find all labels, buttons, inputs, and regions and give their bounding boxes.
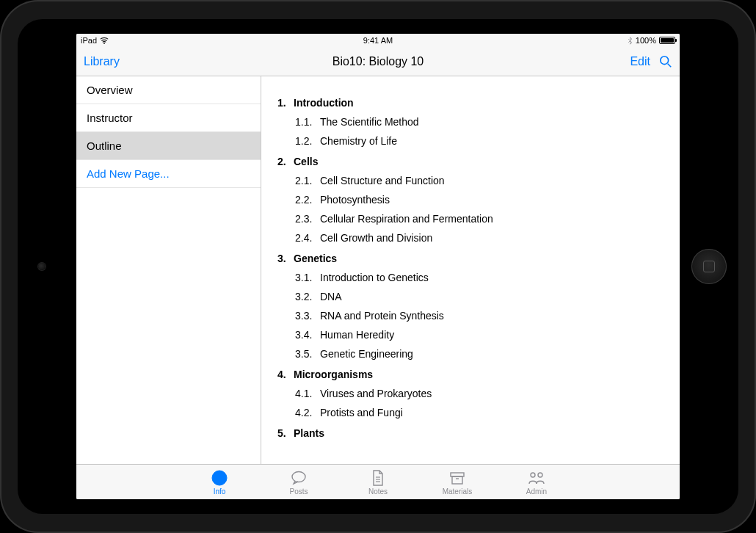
outline-subitem[interactable]: 3.1.Introduction to Genetics: [295, 272, 664, 283]
outline-section-title: Microorganisms: [294, 369, 373, 380]
outline-subitem[interactable]: 3.4.Human Heredity: [295, 329, 664, 341]
outline-section-number: 5.: [277, 427, 294, 439]
outline-subitem-title: Cellular Respiration and Fermentation: [320, 213, 493, 225]
outline-section-title: Genetics: [294, 253, 337, 264]
outline-section-title: Introduction: [294, 97, 354, 109]
svg-point-13: [531, 473, 535, 477]
tab-admin[interactable]: Admin: [515, 469, 559, 496]
tab-materials[interactable]: Materials: [435, 469, 479, 496]
comment-icon: [290, 469, 308, 487]
device-label: iPad: [81, 36, 97, 45]
svg-point-14: [538, 473, 542, 477]
tab-notes[interactable]: Notes: [356, 469, 400, 496]
clock: 9:41 AM: [363, 36, 393, 45]
outline-section-number: 4.: [277, 369, 294, 380]
outline-subitem-number: 3.5.: [295, 348, 320, 360]
outline-subitem-title: Viruses and Prokaryotes: [320, 388, 432, 399]
outline-content[interactable]: 1.Introduction1.1.The Scientific Method1…: [261, 76, 680, 464]
outline-subitem[interactable]: 1.1.The Scientific Method: [295, 116, 664, 128]
outline-subitem-number: 1.2.: [295, 135, 320, 147]
outline-subitem-number: 3.3.: [295, 310, 320, 322]
page-title: Bio10: Biology 10: [172, 55, 584, 68]
outline-subitem-title: Cell Growth and Division: [320, 232, 432, 244]
sidebar-item-label: Overview: [87, 84, 133, 96]
outline-section-number: 3.: [277, 253, 294, 264]
outline-subitem-title: Cell Structure and Function: [320, 175, 445, 186]
outline-subitem-number: 3.2.: [295, 291, 320, 302]
outline-subitem[interactable]: 2.2.Photosynthesis: [295, 194, 664, 206]
outline-subitem-number: 3.1.: [295, 272, 320, 283]
sidebar-item-label: Instructor: [87, 112, 133, 124]
outline-section-title: Cells: [294, 156, 318, 167]
outline-subitem[interactable]: 4.2.Protists and Fungi: [295, 407, 664, 418]
outline-section-title: Plants: [294, 427, 324, 439]
outline-subitem[interactable]: 3.3.RNA and Protein Synthesis: [295, 310, 664, 322]
outline-section[interactable]: 1.Introduction: [277, 97, 664, 109]
outline-subitem-number: 2.2.: [295, 194, 320, 206]
outline-section-number: 1.: [277, 97, 294, 109]
sidebar: OverviewInstructorOutlineAdd New Page...: [76, 76, 261, 464]
outline-subitem[interactable]: 1.2.Chemistry of Life: [295, 135, 664, 147]
camera-icon: [38, 263, 46, 270]
outline-section[interactable]: 5.Plants: [277, 427, 664, 439]
ipad-frame: iPad 9:41 AM 100%: [0, 0, 756, 533]
outline-subitem-number: 2.1.: [295, 175, 320, 186]
outline-subitem[interactable]: 2.3.Cellular Respiration and Fermentatio…: [295, 213, 664, 225]
document-icon: [369, 469, 387, 487]
svg-point-6: [292, 471, 305, 482]
outline-subitem-number: 2.3.: [295, 213, 320, 225]
outline-subitem-title: Human Heredity: [320, 329, 394, 341]
sidebar-item-add-new-page[interactable]: Add New Page...: [76, 160, 261, 188]
tab-bar: InfoPostsNotesMaterialsAdmin: [76, 464, 680, 499]
sidebar-item-label: Add New Page...: [87, 167, 170, 180]
outline-subitem[interactable]: 2.1.Cell Structure and Function: [295, 175, 664, 186]
outline-section[interactable]: 4.Microorganisms: [277, 369, 664, 380]
people-icon: [528, 469, 545, 487]
outline-subitem[interactable]: 4.1.Viruses and Prokaryotes: [295, 388, 664, 399]
outline-subitem-title: Genetic Engineering: [320, 348, 413, 360]
svg-point-0: [103, 42, 105, 43]
tab-label: Posts: [289, 487, 308, 496]
outline-subitem[interactable]: 3.5.Genetic Engineering: [295, 348, 664, 360]
outline-section[interactable]: 2.Cells: [277, 156, 664, 167]
home-button[interactable]: [691, 249, 727, 284]
ipad-bezel: iPad 9:41 AM 100%: [18, 19, 738, 514]
svg-rect-11: [452, 476, 462, 484]
back-button[interactable]: Library: [84, 55, 120, 68]
tab-posts[interactable]: Posts: [277, 469, 321, 496]
main-split: OverviewInstructorOutlineAdd New Page...…: [76, 76, 680, 464]
outline-subitem-title: The Scientific Method: [320, 116, 419, 128]
outline-subitem-title: DNA: [320, 291, 342, 302]
outline-section[interactable]: 3.Genetics: [277, 253, 664, 264]
svg-rect-4: [219, 476, 220, 482]
battery-percent: 100%: [636, 36, 656, 45]
outline-subitem-number: 4.1.: [295, 388, 320, 399]
archive-icon: [448, 469, 466, 487]
tab-label: Info: [214, 487, 226, 496]
outline-subitem-title: Chemistry of Life: [320, 135, 397, 147]
tab-label: Notes: [368, 487, 388, 496]
wifi-icon: [100, 37, 109, 44]
outline-subitem-title: Protists and Fungi: [320, 407, 403, 418]
search-icon[interactable]: [659, 55, 672, 68]
screen: iPad 9:41 AM 100%: [76, 34, 680, 499]
info-icon: [211, 469, 228, 487]
outline-subitem[interactable]: 2.4.Cell Growth and Division: [295, 232, 664, 244]
tab-info[interactable]: Info: [197, 469, 241, 496]
tab-label: Materials: [443, 487, 473, 496]
edit-button[interactable]: Edit: [630, 55, 650, 68]
sidebar-item-label: Outline: [87, 139, 122, 152]
svg-point-5: [219, 473, 221, 475]
sidebar-item-overview[interactable]: Overview: [76, 76, 261, 104]
outline-subitem[interactable]: 3.2.DNA: [295, 291, 664, 302]
navigation-bar: Library Bio10: Biology 10 Edit: [76, 47, 680, 76]
outline-section-number: 2.: [277, 156, 294, 167]
battery-icon: [659, 37, 675, 44]
sidebar-item-instructor[interactable]: Instructor: [76, 104, 261, 132]
outline-subitem-number: 4.2.: [295, 407, 320, 418]
outline-subitem-number: 3.4.: [295, 329, 320, 341]
outline-subitem-title: Photosynthesis: [320, 194, 390, 206]
svg-rect-10: [451, 473, 464, 476]
sidebar-item-outline[interactable]: Outline: [76, 132, 261, 160]
bluetooth-icon: [628, 37, 633, 45]
